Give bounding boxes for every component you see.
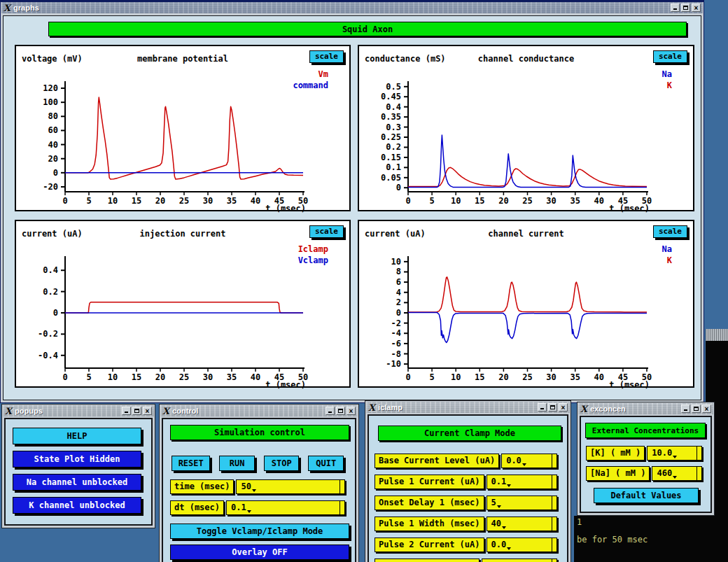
pulse2-current-label: Pulse 2 Current (uA) [374, 538, 484, 552]
plot-panel-membrane-potential: voltage (mV) membrane potential scale Vm… [15, 45, 351, 211]
dt-field-row: dt (msec) 0.1 [170, 500, 345, 515]
exconcen-window-body: External Concentrations [K] ( mM ) 10.0 … [580, 416, 712, 513]
svg-text:30: 30 [203, 196, 213, 206]
pulse2-current-input[interactable]: 0.0 [486, 538, 558, 552]
svg-text:35: 35 [570, 196, 580, 206]
maximize-button[interactable] [548, 403, 557, 412]
k-concentration-input[interactable]: 10.0 [647, 446, 702, 461]
time-field-input[interactable]: 50 [236, 479, 345, 494]
minimize-button[interactable] [326, 407, 335, 415]
pulse1-current-label: Pulse 1 Current (uA) [374, 475, 484, 489]
terminal-titlebar-fragment[interactable] [706, 329, 728, 341]
na-channel-button[interactable]: Na channel unblocked [13, 474, 141, 491]
svg-text:40: 40 [48, 140, 58, 150]
base-current-input[interactable]: 0.0 [501, 454, 557, 468]
onset-delay-input[interactable]: 5 [486, 496, 558, 510]
window-title: control [172, 407, 323, 415]
svg-text:-20: -20 [43, 182, 58, 192]
plot-panel-injection-current: current (uA) injection current scale Icl… [15, 220, 351, 388]
text-cursor-icon [247, 510, 251, 513]
svg-text:5: 5 [86, 372, 91, 382]
svg-text:4: 4 [396, 288, 401, 297]
exconcen-window: X exconcen × External Concentrations [K]… [577, 402, 715, 516]
plot-legend: Iclamp Vclamp [298, 244, 328, 266]
external-concentrations-banner: External Concentrations [585, 423, 706, 438]
x11-logo-icon: X [5, 407, 12, 416]
svg-text:15: 15 [475, 372, 484, 382]
desktop: { "icons": { "x11_logo": "X", "close": "… [0, 0, 728, 562]
close-button[interactable]: × [559, 403, 568, 412]
close-button[interactable]: × [346, 407, 356, 415]
popups-window-body: HELP State Plot Hidden Na channel unbloc… [4, 418, 153, 526]
window-title: exconcen [590, 405, 678, 413]
svg-text:0.3: 0.3 [386, 122, 401, 132]
toggle-clamp-mode-button[interactable]: Toggle Vclamp/Iclamp Mode [170, 524, 349, 539]
minimize-button[interactable] [671, 3, 680, 12]
state-plot-button[interactable]: State Plot Hidden [13, 451, 141, 468]
control-titlebar[interactable]: X control × [160, 405, 358, 416]
svg-text:10: 10 [108, 372, 118, 382]
close-button[interactable]: × [692, 3, 701, 12]
svg-text:0.4: 0.4 [386, 102, 401, 112]
legend-item: Vclamp [298, 255, 328, 266]
dt-field-input[interactable]: 0.1 [226, 500, 345, 515]
run-button[interactable]: RUN [219, 456, 255, 471]
text-cursor-icon [252, 489, 256, 492]
maximize-button[interactable] [132, 407, 141, 415]
close-button[interactable]: × [702, 405, 711, 413]
na-concentration-label: [Na] ( mM ) [586, 466, 650, 481]
pulse2-current-field-row: Pulse 2 Current (uA) 0.0 [374, 538, 557, 552]
svg-text:30: 30 [546, 196, 556, 206]
terminal-text-line: be for 50 msec [577, 535, 648, 545]
iclamp-titlebar[interactable]: X iclamp × [366, 402, 570, 413]
field-row-partial[interactable] [374, 559, 557, 562]
default-values-button[interactable]: Default Values [594, 488, 699, 503]
minimize-button[interactable] [681, 405, 690, 413]
scale-button[interactable]: scale [653, 50, 687, 63]
graphs-titlebar[interactable]: X graphs × [1, 2, 703, 13]
svg-text:30: 30 [546, 372, 556, 382]
svg-text:10: 10 [451, 372, 461, 382]
svg-text:10: 10 [108, 196, 118, 206]
svg-text:0.4: 0.4 [43, 265, 58, 275]
quit-button[interactable]: QUIT [308, 456, 344, 471]
popups-titlebar[interactable]: X popups × [3, 405, 154, 416]
help-button[interactable]: HELP [13, 428, 141, 444]
svg-text:-0.2: -0.2 [38, 329, 58, 339]
legend-item: Na [662, 69, 672, 80]
maximize-button[interactable] [692, 405, 701, 413]
svg-text:20: 20 [155, 196, 165, 206]
maximize-button[interactable] [681, 3, 690, 12]
maximize-button[interactable] [336, 407, 345, 415]
time-field-label: time (msec) [170, 479, 234, 494]
minimize-button[interactable] [538, 403, 547, 412]
legend-item: K [662, 255, 672, 266]
overlay-button[interactable]: Overlay OFF [170, 545, 349, 560]
reset-button[interactable]: RESET [172, 456, 210, 471]
x11-logo-icon: X [4, 3, 10, 13]
pulse1-width-input[interactable]: 40 [486, 517, 558, 531]
window-title: iclamp [378, 403, 535, 412]
svg-text:0.15: 0.15 [381, 153, 401, 162]
svg-text:-10: -10 [386, 359, 401, 369]
svg-text:60: 60 [48, 125, 58, 135]
scale-button[interactable]: scale [309, 50, 344, 63]
svg-text:25: 25 [179, 372, 189, 382]
stop-button[interactable]: STOP [264, 456, 300, 471]
svg-text:10: 10 [451, 196, 461, 206]
svg-text:6: 6 [396, 277, 401, 287]
scale-button[interactable]: scale [653, 225, 687, 238]
control-window-body: Simulation control RESET RUN STOP QUIT t… [162, 418, 356, 562]
scale-button[interactable]: scale [309, 225, 344, 238]
svg-text:25: 25 [522, 196, 532, 206]
close-button[interactable]: × [143, 407, 152, 415]
graphs-window: X graphs × Squid Axon voltage (mV) membr… [0, 0, 704, 403]
svg-text:5: 5 [429, 372, 434, 382]
control-window: X control × Simulation control RESET RUN… [159, 404, 359, 562]
na-concentration-input[interactable]: 460 [652, 466, 702, 481]
svg-text:-6: -6 [391, 339, 401, 349]
minimize-button[interactable] [122, 407, 131, 415]
k-channel-button[interactable]: K channel unblocked [13, 497, 141, 514]
exconcen-titlebar[interactable]: X exconcen × [578, 403, 713, 414]
pulse1-current-input[interactable]: 0.1 [486, 475, 558, 489]
